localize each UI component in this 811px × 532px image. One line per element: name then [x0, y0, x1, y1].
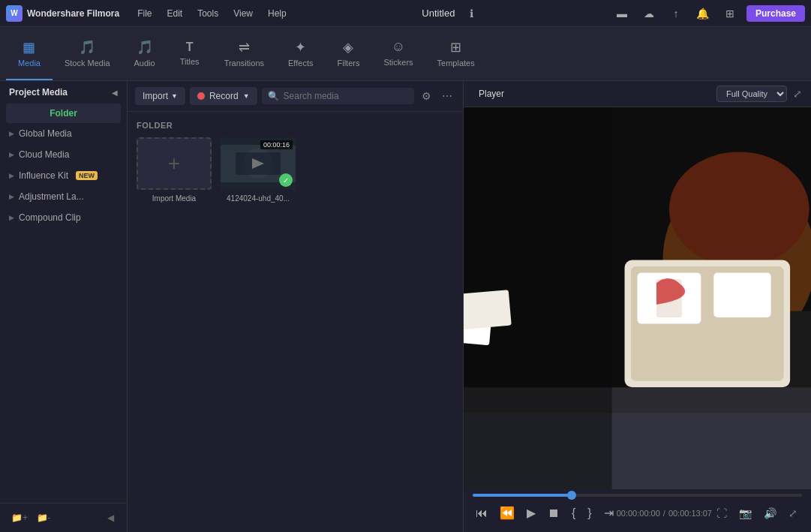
quality-select[interactable]: Full Quality 1/2 Quality 1/4 Quality [716, 86, 787, 102]
sidebar-fold-icon[interactable]: ◀ [112, 89, 118, 97]
mark-in-icon[interactable]: { [569, 503, 578, 523]
sidebar-item-compound-clip[interactable]: ▶ Compound Clip [0, 207, 127, 228]
preview-panel: Player Full Quality 1/2 Quality 1/4 Qual… [464, 81, 811, 532]
media-toolbar: Import ▼ Record ▼ 🔍 ⚙ ⋯ [128, 81, 463, 112]
tab-effects[interactable]: ✦ Effects [276, 27, 325, 80]
chevron-right-icon: ▶ [9, 130, 14, 137]
import-button[interactable]: Import ▼ [135, 87, 185, 105]
remove-folder-icon[interactable]: 📁- [33, 509, 54, 526]
sidebar-bottom: 📁+ 📁- ◀ [0, 503, 127, 532]
menu-edit[interactable]: Edit [161, 5, 188, 22]
sidebar-item-adjustment[interactable]: ▶ Adjustment La... [0, 186, 127, 207]
menu-file[interactable]: File [131, 5, 158, 22]
playback-controls: ⏮ ⏪ ▶ ⏹ { } ⇥ [473, 503, 617, 523]
tab-stickers-label: Stickers [383, 58, 413, 67]
topbar-center: Untitled ℹ [299, 3, 605, 24]
project-info-icon[interactable]: ℹ [461, 3, 482, 24]
video-check-icon: ✓ [279, 173, 293, 187]
tab-filters[interactable]: ◈ Filters [325, 27, 371, 80]
progress-fill [473, 494, 572, 497]
play-button[interactable]: ▶ [524, 503, 539, 523]
import-thumb: + [137, 137, 212, 190]
tab-stock-media-label: Stock Media [65, 59, 110, 68]
tab-transitions-label: Transitions [224, 59, 264, 68]
import-label: Import [143, 91, 168, 101]
app-name: Wondershare Filmora [27, 8, 119, 19]
tab-audio[interactable]: 🎵 Audio [122, 27, 167, 80]
save-cloud-icon[interactable]: ☁ [638, 3, 659, 24]
progress-thumb[interactable] [567, 491, 576, 500]
stop-button[interactable]: ⏹ [545, 503, 563, 523]
effects-tab-icon: ✦ [295, 39, 306, 56]
notification-icon[interactable]: 🔔 [692, 3, 713, 24]
tab-media-label: Media [18, 59, 41, 68]
video-duration: 00:00:16 [260, 140, 293, 149]
sidebar-collapse-icon[interactable]: ◀ [103, 509, 118, 526]
time-total: 00:00:13:07 [668, 509, 712, 518]
volume-icon[interactable]: 🔊 [759, 504, 781, 522]
search-box: 🔍 [262, 88, 414, 104]
media-content: FOLDER + Import Media [128, 112, 463, 532]
plus-icon: + [168, 152, 180, 176]
tab-titles[interactable]: T Titles [167, 27, 212, 80]
search-input[interactable] [284, 91, 408, 101]
record-label: Record [209, 91, 239, 101]
record-button[interactable]: Record ▼ [190, 87, 257, 105]
progress-bar[interactable] [473, 494, 802, 497]
menu-tools[interactable]: Tools [191, 5, 224, 22]
chevron-right-icon: ▶ [9, 214, 14, 221]
tab-titles-label: Titles [180, 57, 200, 66]
tab-stock-media[interactable]: 🎵 Stock Media [53, 27, 122, 80]
sidebar-compound-clip-label: Compound Clip [19, 212, 81, 223]
expand-icon[interactable]: ⤢ [793, 88, 802, 100]
svg-rect-20 [464, 290, 512, 329]
templates-tab-icon: ⊞ [450, 39, 461, 56]
tab-stickers[interactable]: ☺ Stickers [371, 27, 425, 80]
menu-help[interactable]: Help [262, 5, 293, 22]
tab-media[interactable]: ▦ Media [6, 27, 53, 80]
tab-transitions[interactable]: ⇌ Transitions [212, 27, 276, 80]
sidebar-item-cloud-media[interactable]: ▶ Cloud Media [0, 144, 127, 165]
time-current: 00:00:00:00 [617, 509, 660, 518]
video-media-item[interactable]: 00:00:16 ✓ 4124024-uhd_40... [221, 137, 296, 203]
export-icon[interactable]: ↑ [665, 3, 686, 24]
insert-icon[interactable]: ⇥ [601, 503, 617, 523]
snapshot-icon[interactable]: 📷 [734, 504, 756, 522]
menu-view[interactable]: View [227, 5, 259, 22]
record-dot-icon [197, 92, 205, 100]
tab-filters-label: Filters [337, 59, 359, 68]
import-media-item[interactable]: + Import Media [137, 137, 212, 203]
tab-templates[interactable]: ⊞ Templates [425, 27, 487, 80]
video-thumb: 00:00:16 ✓ [221, 137, 296, 190]
fullscreen-icon[interactable]: ⛶ [712, 504, 731, 522]
more-options-icon[interactable]: ⋯ [439, 87, 455, 105]
menu-bar: File Edit Tools View Help [131, 5, 293, 22]
purchase-button[interactable]: Purchase [746, 5, 805, 22]
media-panel: Import ▼ Record ▼ 🔍 ⚙ ⋯ FOLDER + [128, 81, 464, 532]
tab-audio-label: Audio [134, 59, 155, 68]
sidebar-title: Project Media [9, 87, 68, 98]
svg-point-8 [669, 152, 809, 266]
active-folder-label[interactable]: Folder [6, 104, 121, 123]
frame-back-icon[interactable]: ⏪ [497, 503, 518, 523]
skip-back-icon[interactable]: ⏮ [473, 503, 491, 523]
sidebar-item-global-media[interactable]: ▶ Global Media [0, 123, 127, 144]
search-icon: 🔍 [268, 91, 279, 101]
progress-bar-area [473, 494, 802, 497]
chevron-right-icon: ▶ [9, 193, 14, 200]
tab-player[interactable]: Player [473, 86, 510, 102]
import-media-label: Import Media [152, 194, 196, 203]
chevron-right-icon: ▶ [9, 151, 14, 158]
crop-icon[interactable]: ⤢ [784, 504, 802, 522]
add-folder-icon[interactable]: 📁+ [9, 509, 30, 526]
minimize-icon[interactable]: ▬ [611, 3, 632, 24]
media-grid: + Import Media 00:00:16 [137, 137, 454, 203]
stock-media-tab-icon: 🎵 [79, 39, 95, 56]
grid-icon[interactable]: ⊞ [719, 3, 740, 24]
sidebar-nav: ▶ Global Media ▶ Cloud Media ▶ Influence… [0, 123, 127, 228]
filter-icon[interactable]: ⚙ [419, 87, 434, 105]
mark-out-icon[interactable]: } [584, 503, 594, 523]
sidebar-cloud-media-label: Cloud Media [19, 149, 69, 160]
tab-templates-label: Templates [437, 59, 475, 68]
sidebar-item-influence-kit[interactable]: ▶ Influence Kit NEW [0, 165, 127, 186]
